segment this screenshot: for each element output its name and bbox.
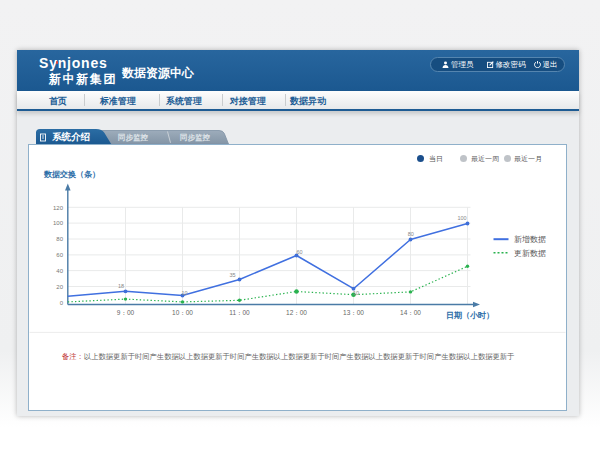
svg-text:10：00: 10：00: [172, 309, 193, 316]
svg-text:同步监控: 同步监控: [180, 133, 211, 142]
svg-text:9：00: 9：00: [117, 309, 135, 316]
svg-text:14：00: 14：00: [400, 309, 421, 316]
svg-text:更新数据: 更新数据: [514, 249, 546, 258]
svg-text:120: 120: [53, 205, 64, 211]
svg-text:60: 60: [296, 249, 302, 255]
svg-text:10: 10: [181, 290, 187, 296]
svg-text:18: 18: [118, 283, 124, 289]
svg-text:13：00: 13：00: [343, 309, 364, 316]
svg-text:系统介绍: 系统介绍: [52, 131, 91, 142]
svg-text:新增数据: 新增数据: [514, 235, 546, 244]
svg-text:100: 100: [457, 215, 466, 221]
svg-text:0: 0: [60, 300, 64, 306]
svg-text:80: 80: [56, 236, 63, 242]
svg-text:20: 20: [56, 284, 63, 290]
svg-text:10: 10: [353, 290, 359, 296]
svg-text:100: 100: [53, 220, 64, 226]
svg-text:60: 60: [56, 252, 63, 258]
svg-text:同步监控: 同步监控: [118, 133, 149, 142]
svg-text:35: 35: [229, 272, 235, 278]
svg-text:日期（小时）: 日期（小时）: [446, 311, 494, 320]
svg-text:80: 80: [408, 231, 414, 237]
svg-text:12：00: 12：00: [286, 309, 307, 316]
svg-text:11：00: 11：00: [229, 309, 250, 316]
svg-text:40: 40: [56, 268, 63, 274]
